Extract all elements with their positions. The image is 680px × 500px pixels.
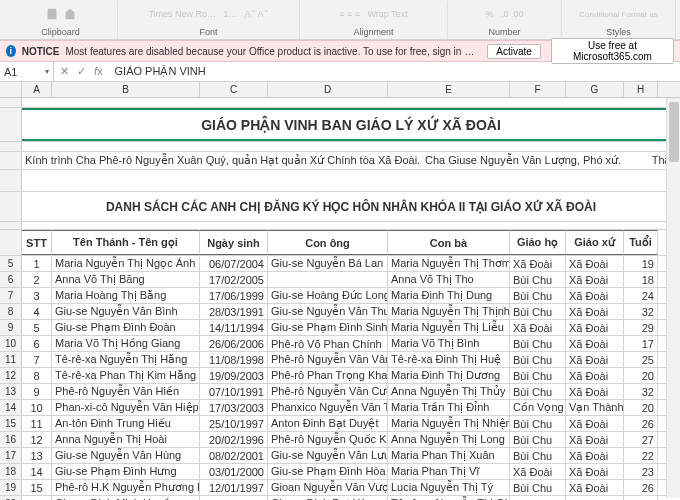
cell-gh[interactable]: Bùi Chu (510, 432, 566, 447)
cell-cb[interactable]: Maria Phan Thị Xuân (388, 448, 510, 463)
cell-gh[interactable]: Xã Đoài (510, 464, 566, 479)
cell-co[interactable]: Phanxico Nguyễn Văn Tài (268, 400, 388, 415)
cell-cb[interactable]: Maria Phan Thị Vĩ (388, 464, 510, 479)
cell-tuoi[interactable]: 26 (624, 416, 658, 431)
cell-gh[interactable]: Xã Đoài (510, 320, 566, 335)
cell-ten[interactable]: Anna Nguyễn Thị Hoài (52, 432, 200, 447)
cell-gh[interactable]: Bùi Chu (510, 384, 566, 399)
cell-ten[interactable]: An-tôn Đinh Trung Hiếu (52, 416, 200, 431)
row-header[interactable]: 11 (0, 352, 22, 367)
cell-stt[interactable]: 12 (22, 432, 52, 447)
row-header[interactable]: 7 (0, 288, 22, 303)
table-row[interactable]: 84Giu-se Nguyễn Văn Bình28/03/1991Giu-se… (0, 304, 680, 320)
cell-gx[interactable]: Xã Đoài (566, 352, 624, 367)
cell-gx[interactable]: Xã Đoài (566, 288, 624, 303)
cell-stt[interactable]: 15 (22, 480, 52, 495)
cell-ns[interactable]: 17/03/2003 (200, 400, 268, 415)
cell-cb[interactable]: Maria Nguyễn Thị Liễu (388, 320, 510, 335)
cell-cb[interactable]: Lucia Nguyễn Thị Tý (388, 480, 510, 495)
cell-ns[interactable]: 19/09/2003 (200, 368, 268, 383)
formula-value[interactable]: GIÁO PHẬN VINH (109, 65, 212, 78)
cell-co[interactable]: Giu-se Phạm Đình Sinh (268, 320, 388, 335)
cell-ten[interactable]: Tê-rê-xa Phan Thị Kim Hằng (52, 368, 200, 383)
table-row[interactable]: 51Maria Nguyễn Thị Ngọc Ánh06/07/2004Giu… (0, 256, 680, 272)
cell-stt[interactable]: 3 (22, 288, 52, 303)
cell-tuoi[interactable]: 32 (624, 384, 658, 399)
col-header[interactable]: E (388, 82, 510, 97)
cell-tuoi[interactable]: 26 (624, 480, 658, 495)
cell-co[interactable] (268, 272, 388, 287)
cell-cb[interactable]: Maria Nguyễn Thị Thơm (388, 256, 510, 271)
cell-co[interactable]: Giu-se Nguyễn Văn Lưu (268, 448, 388, 463)
ribbon-group-clipboard[interactable]: Clipboard (4, 1, 118, 39)
cell-ten[interactable]: Maria Nguyễn Thị Ngọc Ánh (52, 256, 200, 271)
cell-gh[interactable]: Bùi Chu (510, 448, 566, 463)
cell-ns[interactable]: 25/10/1997 (200, 416, 268, 431)
cell-ten[interactable]: Phê-rô Nguyễn Văn Hiền (52, 384, 200, 399)
cell-stt[interactable]: 16 (22, 496, 52, 500)
cell-gx[interactable]: Xã Đoài (566, 448, 624, 463)
vertical-scrollbar[interactable] (666, 98, 680, 498)
cell-cb[interactable]: Tê-rê-xa Nguyễn Thị Giảng (388, 496, 510, 500)
table-row[interactable]: 128Tê-rê-xa Phan Thị Kim Hằng19/09/2003P… (0, 368, 680, 384)
table-row[interactable]: 1410Phan-xi-cô Nguyễn Văn Hiệp17/03/2003… (0, 400, 680, 416)
table-row[interactable]: 95Giu-se Phạm Đình Đoàn14/11/1994Giu-se … (0, 320, 680, 336)
cell-tuoi[interactable]: 25 (624, 352, 658, 367)
cell-co[interactable]: Giu-se Phạm Đình Hòa (268, 464, 388, 479)
table-row[interactable]: 106Maria Võ Thị Hồng Giang26/06/2006Phê-… (0, 336, 680, 352)
cell-cb[interactable]: Anna Võ Thị Tho (388, 272, 510, 287)
cell-co[interactable]: Giu-se Hoàng Đức Long (268, 288, 388, 303)
cell-ten[interactable]: Anna Võ Thị Băng (52, 272, 200, 287)
cell-co[interactable]: Phê-rô Nguyễn Văn Cường (268, 384, 388, 399)
cell-ten[interactable]: Maria Võ Thị Hồng Giang (52, 336, 200, 351)
cell-co[interactable]: Gioan Nguyễn Văn Vượng (268, 480, 388, 495)
cell-ten[interactable]: Phan-xi-cô Nguyễn Văn Hiệp (52, 400, 200, 415)
table-row[interactable]: 1915Phê-rô H.K Nguyễn Phương Huy12/01/19… (0, 480, 680, 496)
cell-ten[interactable]: Giu-se Phạm Đình Hưng (52, 464, 200, 479)
cell-co[interactable]: Phê-rô Nguyễn Văn Vân (268, 352, 388, 367)
cell-ns[interactable]: 07/10/1991 (200, 384, 268, 399)
cell-co[interactable]: Anton Đinh Bạt Duyệt (268, 416, 388, 431)
cell-ten[interactable]: Maria Hoàng Thị Bằng (52, 288, 200, 303)
cell-gx[interactable]: Xã Đoài (566, 480, 624, 495)
col-header[interactable]: G (566, 82, 624, 97)
cell-ns[interactable]: 12/01/1997 (200, 480, 268, 495)
cell-gx[interactable]: Xã Đoài (566, 496, 624, 500)
ribbon-group-font[interactable]: Times New Ro… 1… A˄ A˅ Font (118, 1, 300, 39)
table-row[interactable]: 117Tê-rê-xa Nguyễn Thị Hằng11/08/1998Phê… (0, 352, 680, 368)
ribbon-group-styles[interactable]: Conditional Format as Styles (562, 1, 676, 39)
table-row[interactable]: 139Phê-rô Nguyễn Văn Hiền07/10/1991Phê-r… (0, 384, 680, 400)
cell-ten[interactable]: Tê-rê-xa Nguyễn Thị Hằng (52, 352, 200, 367)
cell-gh[interactable]: Bùi Chu (510, 352, 566, 367)
cell-tuoi[interactable]: 23 (624, 464, 658, 479)
cell-cb[interactable]: Maria Nguyễn Thị Thịnh (388, 304, 510, 319)
col-header[interactable]: C (200, 82, 268, 97)
chevron-down-icon[interactable]: ▾ (45, 67, 49, 76)
cell-gx[interactable]: Xã Đoài (566, 304, 624, 319)
cell-gx[interactable]: Vạn Thành (566, 400, 624, 415)
row-header[interactable]: 20 (0, 496, 22, 500)
cell-co[interactable]: Giu-se Nguyễn Văn Thuấn (268, 304, 388, 319)
cell-cb[interactable]: Maria Trần Thị Đỉnh (388, 400, 510, 415)
cell-cb[interactable]: Maria Nguyễn Thị Nhiệm (388, 416, 510, 431)
cell-gx[interactable]: Xã Đoài (566, 368, 624, 383)
cell-stt[interactable]: 11 (22, 416, 52, 431)
cell-tuoi[interactable]: 20 (624, 368, 658, 383)
cell-stt[interactable]: 8 (22, 368, 52, 383)
cell-gh[interactable]: Bùi Chu (510, 480, 566, 495)
cell-ns[interactable]: 17/06/1999 (200, 288, 268, 303)
cell-gh[interactable]: Bùi Chu (510, 288, 566, 303)
cell-gx[interactable]: Xã Đoài (566, 432, 624, 447)
cell-tuoi[interactable]: 24 (624, 288, 658, 303)
scrollbar-thumb[interactable] (669, 102, 679, 162)
fx-icon[interactable]: fx (94, 65, 103, 78)
cell-co[interactable]: Phê-rô Phan Trọng Khanh (268, 368, 388, 383)
name-box[interactable]: A1▾ (0, 62, 54, 81)
row-header[interactable] (0, 108, 22, 141)
cell-tuoi[interactable]: 32 (624, 304, 658, 319)
cell-ten[interactable]: Giu-se Nguyễn Văn Bình (52, 304, 200, 319)
cell-gx[interactable]: Xã Đoài (566, 464, 624, 479)
enter-icon[interactable]: ✓ (77, 65, 86, 78)
cell-ten[interactable]: Giu-se Đinh Minh Huyền (52, 496, 200, 500)
col-header[interactable]: D (268, 82, 388, 97)
